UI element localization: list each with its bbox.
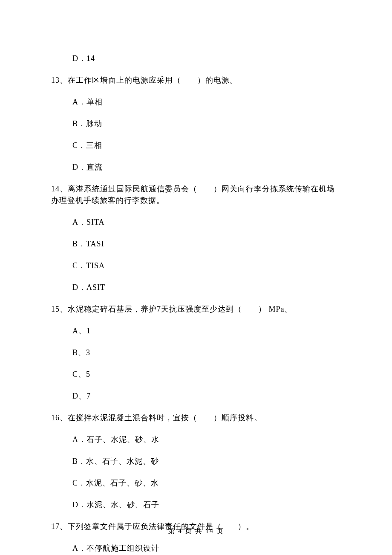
question-16-option-c: C．水泥、石子、砂、水 [72, 477, 341, 489]
question-14-option-d: D．ASIT [72, 282, 341, 293]
question-17-option-a: A．不停航施工组织设计 [72, 543, 341, 554]
question-14-option-c: C．TISA [72, 260, 341, 272]
page-footer: 第 4 页 共 14 页 [0, 527, 392, 536]
orphan-option: D．14 [72, 53, 341, 64]
question-13-option-c: C．三相 [72, 140, 341, 151]
question-16-option-d: D．水泥、水、砂、石子 [72, 499, 341, 511]
question-14-option-a: A．SITA [72, 217, 341, 228]
question-16-option-a: A．石子、水泥、砂、水 [72, 434, 341, 445]
question-16-stem: 16、在搅拌水泥混凝土混合料时，宜按（ ）顺序投料。 [51, 412, 341, 424]
question-13-option-d: D．直流 [72, 162, 341, 173]
question-15-option-d: D、7 [72, 390, 341, 402]
question-13-stem: 13、在工作区墙面上的电源应采用（ ）的电源。 [51, 75, 341, 86]
page-content: D．14 13、在工作区墙面上的电源应采用（ ）的电源。 A．单相 B．脉动 C… [0, 0, 392, 555]
question-13-option-b: B．脉动 [72, 118, 341, 130]
question-14-stem: 14、离港系统通过国际民航通信委员会（ ）网关向行李分拣系统传输在机场办理登机手… [51, 183, 341, 206]
question-15-option-a: A、1 [72, 325, 341, 337]
question-15-option-c: C、5 [72, 369, 341, 380]
question-15-stem: 15、水泥稳定碎石基层，养护7天抗压强度至少达到（ ） MPa。 [51, 304, 341, 315]
question-14-option-b: B．TASI [72, 238, 341, 250]
question-15-option-b: B、3 [72, 347, 341, 358]
question-13-option-a: A．单相 [72, 96, 341, 108]
question-16-option-b: B．水、石子、水泥、砂 [72, 456, 341, 467]
